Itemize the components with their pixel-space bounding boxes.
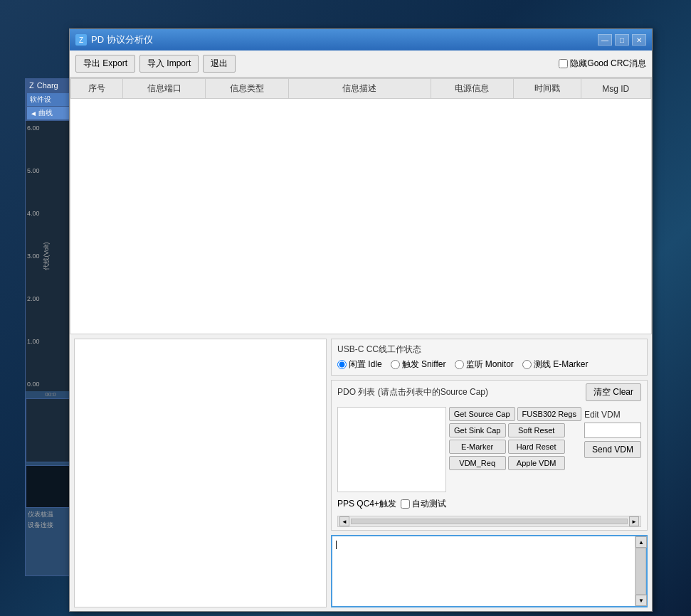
import-button[interactable]: 导入 Import [139,55,199,73]
output-textarea[interactable]: | [332,536,635,606]
small-chart-panel [26,398,75,462]
toolbar-right: 隐藏Good CRC消息 [559,58,646,70]
bottom-section: USB-C CC线工作状态 闲置 Idle 触发 Sniffer 监听 M [70,334,652,612]
edit-vdm-section: Edit VDM Send VDM [584,407,641,492]
send-vdm-button[interactable]: Send VDM [584,441,641,458]
desktop: Z Charg 软件设 ◄ 曲线 6.00 5.00 4.00 3.00 2.0… [0,0,691,616]
auto-test-label[interactable]: 自动测试 [401,498,446,510]
pdo-btn-row-1: Get Source Cap FUSB302 Regs [449,407,581,421]
col-desc: 信息描述 [288,79,431,99]
hard-reset-button[interactable]: Hard Reset [508,440,565,454]
toolbar-left: 导出 Export 导入 Import 退出 [75,55,236,73]
auto-test-checkbox[interactable] [401,499,410,509]
col-seq: 序号 [71,79,123,99]
v-scroll-track[interactable] [635,548,646,595]
sidebar-title: Charg [37,81,58,90]
pdo-btn-row-4: VDM_Req Apple VDM [449,456,581,470]
text-area-container: | ▲ ▼ [331,535,648,607]
e-marker-button[interactable]: E-Marker [449,440,506,454]
title-bar: Z PD 协议分析仪 — □ ✕ [70,29,652,51]
chart-area: 6.00 5.00 4.00 3.00 2.00 1.00 0.00 代线(Vo… [26,121,75,391]
vertical-scrollbar: ▲ ▼ [635,536,646,606]
maximize-button[interactable]: □ [615,34,629,46]
scroll-up-arrow[interactable]: ▲ [635,536,647,548]
title-bar-left: Z PD 协议分析仪 [75,33,153,46]
export-button[interactable]: 导出 Export [75,55,135,73]
hide-good-crc-label: 隐藏Good CRC消息 [559,58,646,70]
curve-btn[interactable]: ◄ 曲线 [27,107,74,120]
pdo-btn-row-2: Get Sink Cap Soft Reset [449,423,581,437]
scrollbar-area: ◄ ► [332,513,647,530]
radio-group: 闲置 Idle 触发 Sniffer 监听 Monitor 测线 E- [337,359,641,371]
software-settings-btn[interactable]: 软件设 [27,93,74,106]
main-window: Z PD 协议分析仪 — □ ✕ 导出 Export 导入 Import 退出 … [69,28,653,612]
y-label-4: 4.00 [27,210,40,217]
instrument-temp-label: 仪表核温 [27,509,74,520]
pdo-header: PDO 列表 (请点击列表中的Source Cap) 清空 Clear [332,381,647,404]
vdm-input[interactable] [584,423,641,438]
right-controls: USB-C CC线工作状态 闲置 Idle 触发 Sniffer 监听 M [331,339,648,607]
get-sink-cap-button[interactable]: Get Sink Cap [449,423,506,437]
dark-panel [26,465,75,508]
y-label-6: 6.00 [27,124,40,132]
waveform-panel [74,339,327,607]
y-label-0: 0.00 [27,381,40,388]
radio-sniffer[interactable]: 触发 Sniffer [391,359,446,371]
col-msgid: Msg ID [581,79,650,99]
minimize-button[interactable]: — [598,34,612,46]
pdo-buttons: Get Source Cap FUSB302 Regs Get Sink Cap… [449,407,581,492]
close-button[interactable]: ✕ [632,34,646,46]
device-connect-label: 设备连接 [27,520,74,531]
scroll-down-arrow[interactable]: ▼ [635,595,647,606]
app-icon: Z [75,34,87,46]
toolbar: 导出 Export 导入 Import 退出 隐藏Good CRC消息 [70,51,652,78]
col-power: 电源信息 [431,79,513,99]
window-controls: — □ ✕ [598,34,646,46]
y-label-1: 1.00 [27,338,40,345]
bottom-sidebar-labels: 仪表核温 设备连接 [26,508,75,532]
table-container: 序号 信息端口 信息类型 信息描述 电源信息 时间戳 Msg ID [70,78,652,334]
scroll-track[interactable] [351,519,628,524]
scroll-left-arrow[interactable]: ◄ [339,516,349,526]
pdo-btn-row-3: E-Marker Hard Reset [449,440,581,454]
fusb302-regs-button[interactable]: FUSB302 Regs [517,407,581,421]
vdm-req-button[interactable]: VDM_Req [449,456,506,470]
get-source-cap-button[interactable]: Get Source Cap [449,407,515,421]
sidebar-icon: Z [29,81,34,90]
radio-emarker[interactable]: 测线 E-Marker [522,359,589,371]
y-label-5: 5.00 [27,167,40,174]
pps-section: PPS QC4+触发 自动测试 [332,495,647,513]
col-type: 信息类型 [206,79,288,99]
soft-reset-button[interactable]: Soft Reset [508,423,565,437]
window-title: PD 协议分析仪 [91,33,153,46]
y-axis-labels: 6.00 5.00 4.00 3.00 2.00 1.00 0.00 [27,121,40,391]
table-body [70,99,651,334]
radio-idle[interactable]: 闲置 Idle [337,359,382,371]
hide-good-crc-checkbox[interactable] [559,59,568,68]
time-marker: 00:0 [26,391,75,395]
exit-button[interactable]: 退出 [203,55,236,73]
table-header-row: 序号 信息端口 信息类型 信息描述 电源信息 时间戳 Msg ID [71,79,651,99]
apple-vdm-button[interactable]: Apple VDM [508,456,565,470]
col-time: 时间戳 [513,79,581,99]
pdo-title: PDO 列表 (请点击列表中的Source Cap) [337,386,488,398]
scroll-right-arrow[interactable]: ► [629,516,639,526]
horizontal-scrollbar[interactable]: ◄ ► [337,516,641,527]
pps-label: PPS QC4+触发 [337,498,396,510]
y-axis-title: 代线(Volt) [42,242,51,270]
sidebar-header: Z Charg [26,79,75,92]
y-label-3: 3.00 [27,253,40,260]
pdo-list[interactable] [337,407,446,492]
pdo-section: PDO 列表 (请点击列表中的Source Cap) 清空 Clear Get … [331,380,648,531]
pdo-content: Get Source Cap FUSB302 Regs Get Sink Cap… [332,404,647,495]
edit-vdm-label: Edit VDM [584,410,641,420]
col-port: 信息端口 [123,79,206,99]
radio-monitor[interactable]: 监听 Monitor [455,359,514,371]
usb-status-title: USB-C CC线工作状态 [337,344,641,356]
usb-status-section: USB-C CC线工作状态 闲置 Idle 触发 Sniffer 监听 M [331,339,648,376]
data-table: 序号 信息端口 信息类型 信息描述 电源信息 时间戳 Msg ID [70,78,651,99]
clear-button[interactable]: 清空 Clear [586,383,641,401]
y-label-2: 2.00 [27,295,40,302]
